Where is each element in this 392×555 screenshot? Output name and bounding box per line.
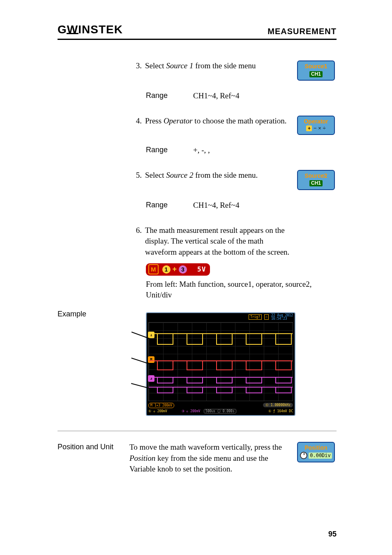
kw: Operator <box>164 116 193 125</box>
softkey-value: CH1 <box>309 180 323 186</box>
position-unit-label: Position and Unit <box>58 442 129 452</box>
waveform-ch3b <box>149 387 293 392</box>
page-header: GWINSTEK MEASUREMENT <box>58 23 337 40</box>
position-text: To move the math waveform vertically, pr… <box>129 442 295 475</box>
step-number: 3. <box>129 60 145 72</box>
page-number: 95 <box>328 530 337 539</box>
range-label: Range <box>129 200 193 211</box>
position-value: 0.00Div <box>309 453 332 459</box>
range-value: +, -, , <box>193 145 210 156</box>
op-list: − × ÷ <box>314 125 326 131</box>
oscilloscope-screenshot: Trig? ⎍ 22 Aug 201216:54:23 1 M 3 <box>146 312 295 416</box>
t: Select <box>145 61 166 70</box>
section-title: MEASUREMENT <box>267 27 337 36</box>
t: to choose the math operation. <box>193 116 287 125</box>
step-text: Select Source 2 from the side menu. <box>145 170 295 181</box>
range-label: Range <box>129 145 193 156</box>
example-label: Example <box>58 309 129 319</box>
edge-icon: ⎍ <box>264 314 269 320</box>
operator-icon: + <box>172 264 178 274</box>
t: To move the math waveform vertically, pr… <box>129 443 282 451</box>
kw: Source 2 <box>166 171 193 179</box>
step-number: 6. <box>129 225 145 236</box>
kw: Position <box>129 454 155 462</box>
waveform-ch1 <box>149 333 293 344</box>
trigger-readout: ① ƒ 164mV DC <box>268 409 293 413</box>
range-value: CH1~4, Ref~4 <box>193 91 239 102</box>
softkey-position: Position 0.00Div <box>297 442 335 462</box>
ch1-readout: ① ⏚ 200mV <box>148 409 167 413</box>
unit-div-value: 5V <box>188 265 206 274</box>
variable-knob-icon <box>300 452 307 459</box>
softkey-source1: Source1 CH1 <box>297 60 335 81</box>
softkey-title: Source2 <box>298 172 334 180</box>
softkey-title: Source1 <box>298 63 334 70</box>
step-number: 4. <box>129 116 145 127</box>
strip-caption: From left: Math function, source1, opera… <box>129 279 337 301</box>
step-text: Press Operator to choose the math operat… <box>145 116 295 127</box>
brand-logo: GWINSTEK <box>58 23 123 36</box>
step-text: The math measurement result appears on t… <box>145 225 295 258</box>
softkey-value-row: 0.00Div <box>298 452 334 459</box>
kw: Source 1 <box>166 61 193 70</box>
ch3-readout: ③ ⏚ 200mV <box>182 409 201 413</box>
softkey-title: Position <box>298 444 334 452</box>
trigger-freq: ⏲ 1.00000kHz <box>263 403 293 407</box>
range-value: CH1~4, Ref~4 <box>193 200 239 211</box>
divider <box>58 431 337 431</box>
math-readout: M 1+3 200mV <box>148 403 174 408</box>
scope-datetime: 22 Aug 201216:54:23 <box>271 314 293 320</box>
op-selected-icon: + <box>306 125 312 131</box>
range-label: Range <box>129 91 193 102</box>
t: Press <box>145 116 164 125</box>
t: from the side menu. <box>194 171 258 179</box>
softkey-operator: Operator + − × ÷ <box>297 116 335 135</box>
softkey-value: CH1 <box>309 71 323 77</box>
brand-rest: INSTEK <box>78 23 123 36</box>
softkey-source2: Source2 CH1 <box>297 170 335 190</box>
waveform-ch3a <box>149 377 293 383</box>
softkey-operators: + − × ÷ <box>298 125 334 132</box>
source2-icon: 3 <box>179 265 187 274</box>
source1-icon: 1 <box>162 265 171 274</box>
softkey-title: Operator <box>298 118 334 125</box>
math-result-strip: M 1 + 3 5V <box>146 263 210 275</box>
timebase-readout: 500us ⓘ 0.000s <box>204 409 236 413</box>
brand-g: G <box>58 23 67 36</box>
t: Select <box>145 171 166 179</box>
t: from the side menu <box>194 61 256 70</box>
trig-status: Trig? <box>249 314 262 320</box>
step-text: Select Source 1 from the side menu <box>145 60 295 72</box>
step-number: 5. <box>129 170 145 181</box>
math-icon: M <box>148 264 159 274</box>
brand-u: W <box>67 23 78 36</box>
waveform-math <box>149 360 293 369</box>
